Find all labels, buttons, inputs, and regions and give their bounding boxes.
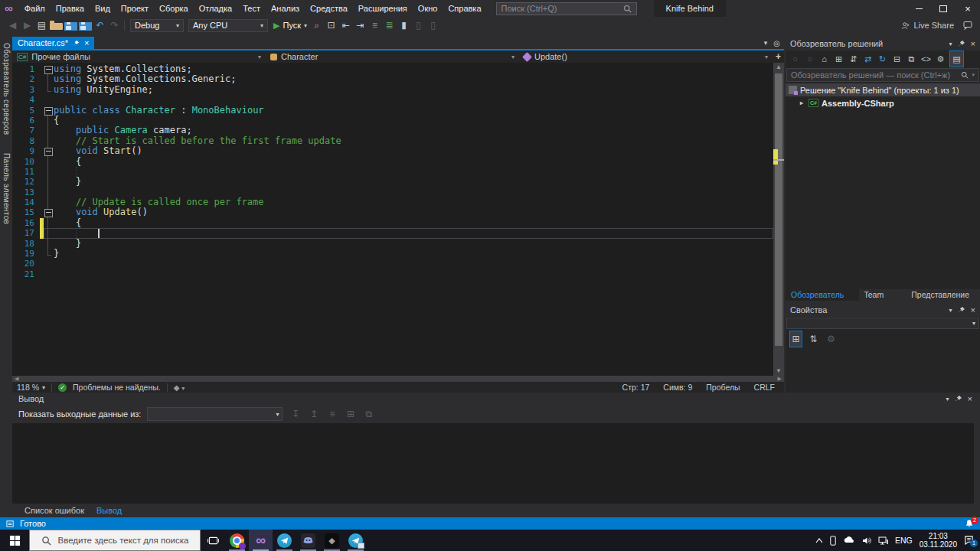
code-text[interactable]: // Update is called once per frame: [54, 197, 773, 207]
prev-message-icon[interactable]: ≡: [325, 406, 338, 422]
outline-margin[interactable]: [44, 259, 54, 269]
code-text[interactable]: using UnityEngine;: [54, 85, 773, 95]
line-number[interactable]: 3: [12, 85, 40, 95]
outline-margin[interactable]: [44, 95, 54, 105]
chevron-down-icon[interactable]: ▾: [258, 54, 261, 60]
line-number[interactable]: 7: [12, 126, 40, 135]
code-line[interactable]: 11: [12, 167, 773, 177]
code-text[interactable]: }: [54, 249, 773, 259]
home-icon[interactable]: ⌂: [818, 51, 830, 67]
line-number[interactable]: 21: [12, 269, 40, 279]
code-line[interactable]: 13: [12, 187, 773, 197]
collapse-all-icon[interactable]: ⊟: [891, 51, 903, 67]
taskbar-app-telegram-2[interactable]: [344, 530, 368, 551]
outline-margin[interactable]: [44, 218, 54, 228]
outline-margin[interactable]: [44, 136, 54, 146]
uncomment-icon[interactable]: ≣: [383, 18, 396, 33]
volume-icon[interactable]: [862, 536, 871, 545]
side-tab[interactable]: Панель элементов: [2, 147, 11, 230]
tree-item[interactable]: ▸C#Assembly-CSharp: [786, 96, 980, 109]
refresh-icon[interactable]: ↻: [877, 51, 888, 67]
output-text-area[interactable]: [12, 423, 974, 504]
line-number[interactable]: 9: [12, 146, 40, 156]
line-number[interactable]: 14: [12, 197, 40, 207]
chevron-down-icon[interactable]: ▾: [765, 54, 768, 60]
outline-margin[interactable]: [44, 85, 54, 95]
solution-configuration-dropdown[interactable]: Debug▾: [130, 19, 184, 32]
solution-search-input[interactable]: Обозреватель решений — поиск (Ctrl+ж) ▾: [786, 68, 979, 82]
outline-margin[interactable]: [44, 207, 54, 217]
redo-icon[interactable]: ↷: [108, 18, 121, 33]
view-code-icon[interactable]: <>: [920, 51, 932, 67]
code-text[interactable]: [54, 187, 773, 197]
new-file-icon[interactable]: ▤: [35, 18, 48, 33]
code-text[interactable]: void Start(): [54, 146, 773, 156]
line-ending-indicator[interactable]: CRLF: [754, 383, 775, 392]
outline-margin[interactable]: [44, 106, 54, 116]
open-folder-icon[interactable]: [50, 23, 63, 30]
menu-item[interactable]: Анализ: [266, 4, 305, 13]
outline-margin[interactable]: [44, 146, 54, 156]
outline-margin[interactable]: [44, 116, 54, 126]
outline-margin[interactable]: [44, 167, 54, 177]
save-all-icon[interactable]: [79, 22, 92, 31]
forward-icon[interactable]: ○: [804, 51, 815, 67]
code-text[interactable]: using System.Collections;: [54, 64, 773, 74]
code-line[interactable]: 12 }: [12, 177, 773, 187]
code-text[interactable]: {: [54, 116, 773, 126]
line-number[interactable]: 11: [12, 167, 40, 177]
outline-margin[interactable]: [44, 64, 54, 74]
solution-platform-dropdown[interactable]: Any CPU▾: [188, 19, 268, 32]
taskbar-app-chrome[interactable]: [225, 530, 249, 551]
code-text[interactable]: using System.Collections.Generic;: [54, 74, 773, 84]
outline-margin[interactable]: [44, 249, 54, 259]
code-line[interactable]: 1using System.Collections;: [12, 64, 773, 74]
pending-changes-icon[interactable]: ⇵: [848, 51, 859, 67]
bookmark-2-icon[interactable]: ▯: [412, 18, 425, 33]
line-number[interactable]: 16: [12, 218, 40, 228]
code-lines[interactable]: 1using System.Collections;2using System.…: [12, 63, 773, 376]
indentation-indicator[interactable]: Пробелы: [706, 383, 740, 392]
code-line[interactable]: 4: [12, 95, 773, 105]
side-tab[interactable]: Обозреватель серверов: [2, 37, 11, 141]
outline-margin[interactable]: [44, 157, 54, 167]
pin-icon[interactable]: [955, 395, 962, 403]
feedback-icon[interactable]: [963, 21, 972, 30]
scroll-left-icon[interactable]: ◀: [12, 376, 21, 382]
comment-icon[interactable]: ≡: [368, 18, 381, 33]
code-line[interactable]: 20: [12, 259, 773, 269]
horizontal-scrollbar[interactable]: ◀ ▶: [12, 376, 784, 382]
line-number[interactable]: 10: [12, 157, 40, 167]
output-source-dropdown[interactable]: ▾: [147, 407, 283, 421]
line-number[interactable]: 8: [12, 136, 40, 146]
code-line[interactable]: 9 void Start(): [12, 146, 773, 156]
tray-expand-icon[interactable]: [815, 538, 823, 543]
code-line[interactable]: 16 {: [12, 218, 773, 228]
line-number[interactable]: 5: [12, 106, 40, 116]
outline-margin[interactable]: [44, 187, 54, 197]
column-indicator[interactable]: Симв: 9: [663, 383, 692, 392]
minimize-icon[interactable]: [906, 0, 931, 17]
code-text[interactable]: [54, 228, 773, 238]
code-line[interactable]: 6{: [12, 116, 773, 126]
panel-menu-icon[interactable]: ▾: [946, 396, 949, 403]
outline-margin[interactable]: [44, 177, 54, 187]
phone-icon[interactable]: [830, 536, 836, 546]
code-line[interactable]: 8 // Start is called before the first fr…: [12, 136, 773, 146]
collapse-region-icon[interactable]: [44, 148, 53, 156]
outline-margin[interactable]: [44, 269, 54, 279]
line-number[interactable]: 15: [12, 207, 40, 217]
breadcrumb-segment[interactable]: Update()▾: [519, 52, 773, 61]
sync-icon[interactable]: ⇄: [862, 51, 874, 67]
menu-item[interactable]: Правка: [51, 4, 90, 13]
menu-item[interactable]: Средства: [305, 4, 353, 13]
code-line[interactable]: 2using System.Collections.Generic;: [12, 74, 773, 84]
float-window-icon[interactable]: ◎: [773, 39, 780, 47]
menu-item[interactable]: Сборка: [154, 4, 194, 13]
close-icon[interactable]: ×: [971, 39, 975, 48]
tree-item[interactable]: Решение "Knife Behind" (проекты: 1 из 1): [786, 83, 980, 96]
scroll-up-icon[interactable]: ▲: [773, 63, 784, 72]
line-number[interactable]: 17: [12, 228, 40, 238]
attach-icon[interactable]: ⌕: [310, 18, 323, 33]
categorized-icon[interactable]: ⊞: [789, 331, 802, 347]
